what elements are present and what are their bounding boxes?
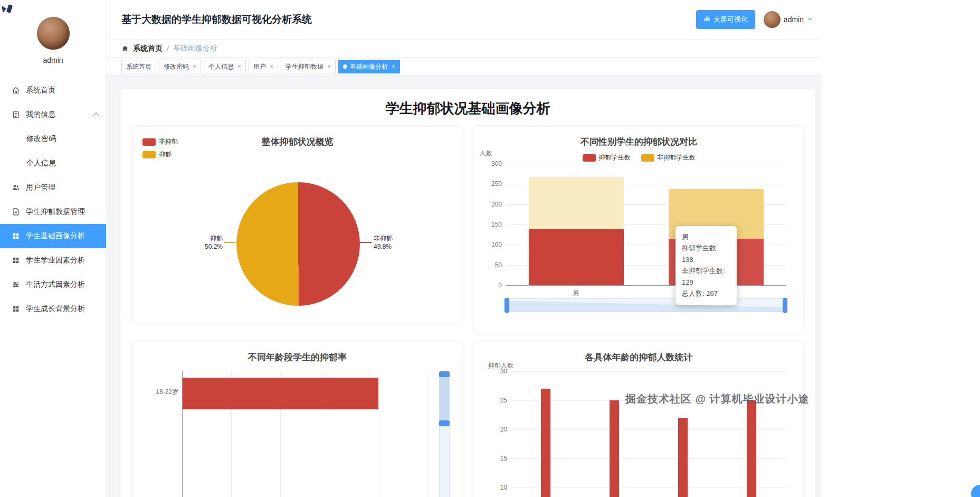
sidebar-item-label: 修改密码 [26,134,56,144]
close-icon[interactable]: × [392,63,395,70]
datazoom-handle-bottom[interactable] [439,420,450,426]
sidebar-menu: 系统首页 我的信息 修改密码 个人信息 用户管理 [0,78,106,321]
tab-label: 个人信息 [208,62,234,71]
analysis-panel: 学生抑郁状况基础画像分析 整体抑郁状况概览 非抑郁 抑郁 [120,89,815,497]
legend-swatch [641,154,654,162]
sidebar-item-profile[interactable]: 个人信息 [0,151,106,175]
sidebar-item-label: 学生基础画像分析 [26,231,85,241]
axis-tick-label: 150 [482,221,502,228]
sidebar-item-depression-data[interactable]: 学生抑郁数据管理 [0,200,106,224]
tooltip-title: 男 [682,231,730,242]
gridline [511,371,786,372]
chart-card-age-count: 各具体年龄的抑郁人数统计 抑郁人数 051015202530 [474,342,803,497]
bar-chart-icon [703,15,710,24]
sidebar-item-user-management[interactable]: 用户管理 [0,175,106,200]
sidebar-item-background-analysis[interactable]: 学生成长背景分析 [0,297,106,321]
breadcrumb-root[interactable]: 系统首页 [133,44,163,53]
close-icon[interactable]: × [327,63,331,70]
gender-plot: 050100150200250300男女 [506,164,786,285]
content-area: 学生抑郁状况基础画像分析 整体抑郁状况概览 非抑郁 抑郁 [107,76,822,497]
bar[interactable] [678,418,688,497]
pie-chart[interactable] [236,182,360,306]
sidebar-item-home[interactable]: 系统首页 [0,78,106,102]
close-icon[interactable]: × [270,63,273,70]
chart-title: 不同年龄段学生的抑郁率 [133,351,462,363]
watermark: 掘金技术社区 @ 计算机毕业设计小途 [625,392,810,406]
bar-segment[interactable] [529,177,624,229]
corner-artifact [2,5,13,15]
floating-widget[interactable] [971,485,980,497]
user-dropdown[interactable]: admin [764,11,813,28]
pie-label-percent: 50.2% [182,243,223,251]
tab-home[interactable]: 系统首页 [121,60,156,73]
legend-item-depressed-count[interactable]: 抑郁学生数 [583,153,631,162]
topbar-right: 大屏可视化 admin [696,10,813,29]
tags-view: 系统首页 修改密码 × 个人信息 × 用户 × 学生抑郁数据 × 基础画像分析 … [107,58,822,76]
datazoom-handle-top[interactable] [439,371,450,377]
bar[interactable] [541,389,550,497]
sidebar-item-change-password[interactable]: 修改密码 [0,127,106,151]
home-icon [12,86,21,95]
data-file-icon [12,208,21,217]
pie-label-non-depressed: 非抑郁 49.8% [374,235,422,251]
gridline [511,429,786,430]
tooltip-line: 总人数: 267 [682,288,730,299]
tooltip-line: 非抑郁学生数: 129 [682,265,730,288]
pie-label-depressed: 抑郁 50.2% [182,235,223,251]
close-icon[interactable]: × [193,63,196,70]
big-screen-button[interactable]: 大屏可视化 [696,10,755,29]
gridline [511,487,786,488]
sidebar-item-basic-portrait[interactable]: 学生基础画像分析 [0,224,106,248]
bar[interactable] [183,378,378,409]
age-count-plot: 051015202530 [511,371,786,497]
sidebar-item-lifestyle-factors[interactable]: 生活方式因素分析 [0,273,106,297]
axis-tick-label: 0 [482,282,502,289]
bar[interactable] [610,400,619,497]
tab-change-password[interactable]: 修改密码 × [159,60,201,73]
app-window: admin 系统首页 我的信息 修改密码 个人信息 [0,0,822,497]
tab-label: 系统首页 [126,62,151,71]
tab-profile[interactable]: 个人信息 × [204,60,246,73]
header-username: admin [784,15,804,24]
axis-tick-label: 250 [482,180,502,187]
sidebar-item-academic-factors[interactable]: 学生学业因素分析 [0,248,106,273]
sidebar-user-block: admin [0,0,106,64]
datazoom-handle-right[interactable] [783,298,787,313]
grid-icon [12,256,21,265]
main-area: 基于大数据的学生抑郁数据可视化分析系统 大屏可视化 admin [107,0,822,497]
datazoom-handle-left[interactable] [505,298,509,313]
tab-basic-portrait[interactable]: 基础画像分析 × [338,60,400,73]
chart-title: 不同性别学生的抑郁状况对比 [474,136,803,148]
chevron-down-icon [807,15,813,24]
sidebar-item-label: 学生成长背景分析 [26,304,85,314]
tooltip-line: 抑郁学生数: 138 [682,242,730,265]
chart-card-gender: 不同性别学生的抑郁状况对比 人数 抑郁学生数 非抑郁学生数 0501001502… [474,127,803,333]
chart-card-age-range: 不同年龄段学生的抑郁率 18-22岁 [133,342,462,497]
legend-item-non-depressed[interactable]: 非抑郁 [142,137,178,146]
datazoom-shadow [507,299,785,312]
axis-tick-label: 20 [487,426,507,433]
chart-legend: 抑郁学生数 非抑郁学生数 [474,153,803,162]
gridline [511,458,786,459]
close-icon[interactable]: × [237,63,241,70]
bar-segment[interactable] [529,229,624,285]
pie-label-line [360,242,372,243]
chart-title: 整体抑郁状况概览 [133,136,462,148]
datazoom-slider-vertical[interactable] [439,371,450,497]
app-title: 基于大数据的学生抑郁数据可视化分析系统 [121,13,312,26]
bar[interactable] [747,400,756,497]
datazoom-slider[interactable] [506,298,786,312]
axis-tick-label: 10 [487,484,507,491]
legend-label: 非抑郁学生数 [658,153,696,162]
legend-item-non-depressed-count[interactable]: 非抑郁学生数 [641,153,696,162]
legend-item-depressed[interactable]: 抑郁 [142,150,178,159]
pie-label-percent: 49.8% [374,243,422,251]
sidebar-item-my-info[interactable]: 我的信息 [0,102,106,127]
tab-user[interactable]: 用户 × [249,60,278,73]
corner-artifact-shape [2,6,6,13]
gridline [427,371,427,497]
tab-label: 学生抑郁数据 [286,62,324,71]
tab-depression-data[interactable]: 学生抑郁数据 × [281,60,336,73]
avatar[interactable] [37,17,70,50]
avatar [764,11,781,28]
